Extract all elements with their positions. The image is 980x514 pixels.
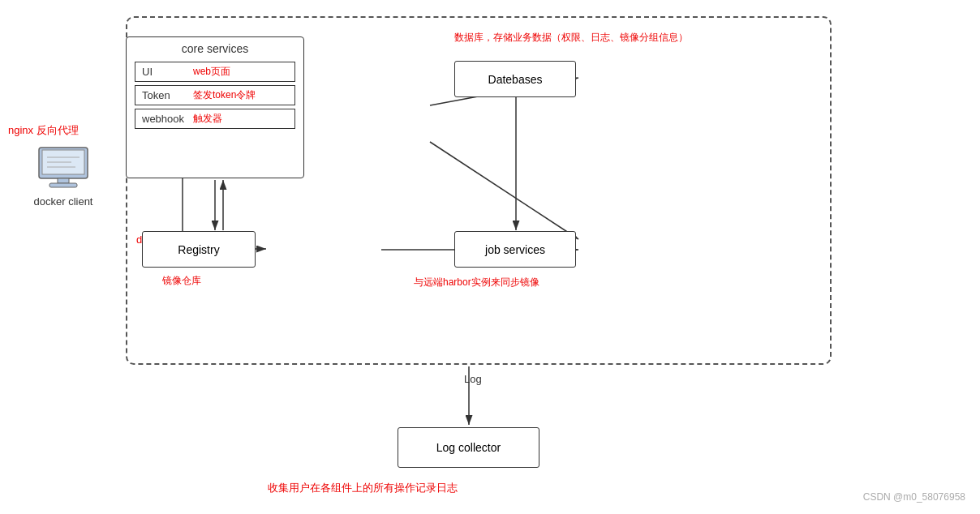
log-collector-annotation: 收集用户在各组件上的所有操作记录日志 xyxy=(268,481,458,495)
service-webhook-name: webhook xyxy=(142,113,187,125)
core-services-box: core services UI web页面 Token 签发token令牌 w… xyxy=(126,36,304,178)
service-item-ui: UI web页面 xyxy=(135,62,295,82)
registry-annotation: 镜像仓库 xyxy=(162,274,201,288)
registry-box: Registry xyxy=(142,231,256,268)
watermark: CSDN @m0_58076958 xyxy=(863,491,965,503)
service-ui-name: UI xyxy=(142,66,187,78)
docker-client-label: docker client xyxy=(34,195,93,208)
service-webhook-desc: 触发器 xyxy=(193,112,222,126)
computer-icon-svg xyxy=(35,146,92,191)
service-item-webhook: webhook 触发器 xyxy=(135,109,295,129)
docker-client: docker client xyxy=(23,146,104,208)
service-ui-desc: web页面 xyxy=(193,65,230,79)
job-services-label: job services xyxy=(485,243,545,256)
svg-rect-13 xyxy=(49,183,77,187)
databases-label: Datebases xyxy=(488,73,543,86)
service-item-token: Token 签发token令牌 xyxy=(135,85,295,105)
databases-box: Datebases xyxy=(454,61,576,97)
log-collector-box: Log collector xyxy=(398,427,539,468)
job-services-annotation: 与远端harbor实例来同步镜像 xyxy=(414,276,539,289)
log-label: Log xyxy=(464,373,482,385)
databases-annotation: 数据库，存储业务数据（权限、日志、镜像分组信息） xyxy=(454,31,688,45)
svg-rect-12 xyxy=(58,178,69,183)
job-services-box: job services xyxy=(454,231,576,268)
service-token-name: Token xyxy=(142,89,187,101)
diagram-container: docker client nginx 反向代理 proxy docker pu… xyxy=(0,0,980,514)
core-services-title: core services xyxy=(127,37,303,58)
registry-label: Registry xyxy=(178,243,219,256)
log-collector-label: Log collector xyxy=(436,441,501,454)
service-token-desc: 签发token令牌 xyxy=(193,88,256,102)
nginx-label: nginx 反向代理 xyxy=(8,123,79,138)
